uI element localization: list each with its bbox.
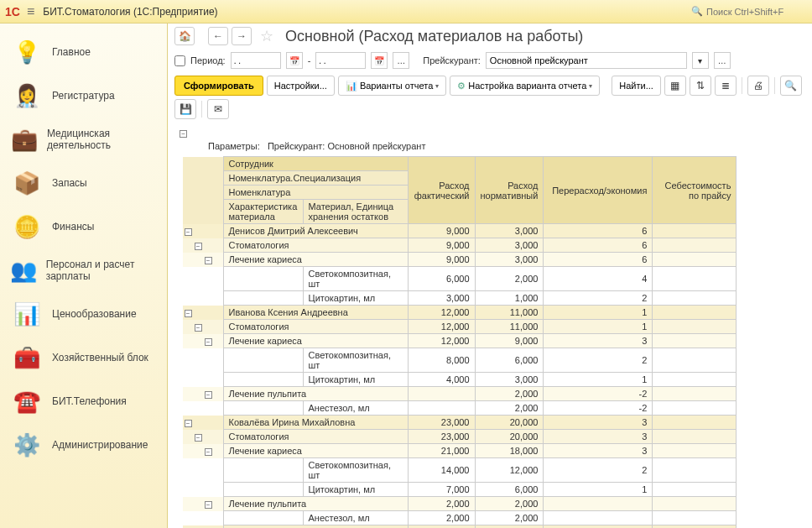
tree-toggle[interactable]: − [195, 434, 202, 442]
table-row[interactable]: −Ковалёва Ирина Михайловна23,00020,0003 [183, 416, 737, 430]
sidebar-item-7[interactable]: 🧰Хозяйственный блок [0, 336, 167, 379]
table-row[interactable]: Светокомпозитная, шт8,0006,0002 [183, 348, 737, 373]
cell-over: 2 [544, 291, 653, 306]
cell-fact: 4,000 [408, 373, 475, 387]
print-button[interactable]: 🖨 [747, 76, 769, 96]
table-row[interactable]: Цитокартин, мл4,0003,0001 [183, 373, 737, 387]
cell-norm: 7,000 [475, 525, 544, 529]
cell-fact [408, 401, 475, 416]
hdr-nomspec: Номенклатура.Специализация [223, 171, 408, 186]
table-row[interactable]: −Кравцова Евгения Петровна3,0007,000-4 [183, 525, 737, 529]
period-more-button[interactable]: … [393, 52, 409, 69]
cell-norm: 11,000 [475, 320, 544, 334]
table-row[interactable]: −Иванова Ксения Андреевна12,00011,0001 [183, 306, 737, 320]
tree-toggle[interactable]: − [205, 501, 212, 509]
sidebar-label: Регистратура [52, 90, 115, 102]
cell-over: 3 [544, 430, 653, 444]
report-table: Сотрудник Расход фактический Расход норм… [183, 156, 737, 528]
cell-cost [653, 430, 737, 444]
calendar-to-button[interactable]: 📅 [371, 52, 388, 69]
settings-button[interactable]: Настройки... [267, 76, 335, 96]
table-row[interactable]: −Денисов Дмитрий Алексеевич9,0003,0006 [183, 224, 737, 238]
pricelist-label: Прейскурант: [423, 55, 481, 65]
collapse-button[interactable]: ⇅ [690, 76, 711, 96]
sidebar-icon-4: 🪙 [10, 210, 44, 243]
sidebar-icon-0: 💡 [10, 35, 44, 69]
collapse-all-toggle[interactable]: − [180, 130, 187, 138]
sidebar-item-0[interactable]: 💡Главное [0, 30, 167, 74]
sidebar-item-6[interactable]: 📊Ценообразование [0, 292, 167, 336]
tree-toggle[interactable]: − [185, 310, 192, 317]
preview-button[interactable]: 🔍 [780, 76, 802, 96]
hdr-nomenclature: Номенклатура [223, 186, 408, 200]
email-button[interactable]: ✉ [207, 99, 229, 119]
sidebar-item-8[interactable]: ☎️БИТ.Телефония [0, 379, 167, 423]
cell-fact: 7,000 [408, 483, 475, 497]
report-variants-button[interactable]: 📊Варианты отчета▾ [338, 76, 446, 96]
tree-toggle[interactable]: − [195, 324, 202, 332]
date-from-input[interactable] [231, 52, 281, 69]
forward-button[interactable]: → [232, 27, 252, 45]
tree-toggle[interactable]: − [205, 257, 212, 264]
tree-toggle[interactable]: − [205, 338, 212, 346]
search-icon: 🔍 [691, 6, 703, 17]
cell-over: 1 [544, 320, 653, 334]
sidebar-label: Медицинская деятельность [47, 128, 157, 151]
table-row[interactable]: −Лечение кариеса21,00018,0003 [183, 444, 737, 458]
table-row[interactable]: Цитокартин, мл3,0001,0002 [183, 291, 737, 306]
cell-fact: 21,000 [408, 444, 475, 458]
table-row[interactable]: Анестезол, мл2,000-2 [183, 401, 737, 416]
cell-fact: 12,000 [408, 306, 475, 320]
cell-cost [653, 253, 737, 267]
row-label: Денисов Дмитрий Алексеевич [223, 224, 408, 238]
page-title: Основной (Расход материалов на работы) [285, 28, 583, 45]
find-button[interactable]: Найти... [612, 76, 661, 96]
pricelist-drop-button[interactable]: ▾ [692, 52, 709, 69]
home-button[interactable]: 🏠 [174, 27, 195, 45]
sidebar-label: Персонал и расчет зарплаты [46, 259, 157, 282]
search-input[interactable] [706, 7, 807, 17]
cell-cost [653, 348, 737, 373]
pricelist-more-button[interactable]: … [714, 52, 731, 69]
sidebar-item-4[interactable]: 🪙Финансы [0, 205, 167, 248]
sidebar-item-2[interactable]: 💼Медицинская деятельность [0, 118, 167, 161]
favorite-icon[interactable]: ☆ [260, 27, 273, 45]
cell-fact: 3,000 [408, 525, 475, 529]
cell-cost [653, 444, 737, 458]
table-row[interactable]: −Лечение кариеса12,0009,0003 [183, 334, 737, 348]
row-label: Лечение кариеса [223, 253, 408, 267]
period-checkbox[interactable] [174, 55, 185, 66]
sidebar-item-1[interactable]: 👩‍⚕️Регистратура [0, 74, 167, 118]
table-row[interactable]: −Лечение пульпита2,0002,000 [183, 497, 737, 511]
tree-toggle[interactable]: − [205, 448, 212, 456]
table-row[interactable]: Светокомпозитная, шт14,00012,0002 [183, 458, 737, 483]
table-row[interactable]: Светокомпозитная, шт6,0002,0004 [183, 267, 737, 291]
calendar-from-button[interactable]: 📅 [286, 52, 303, 69]
variant-settings-button[interactable]: ⚙Настройка варианта отчета▾ [450, 76, 600, 96]
cell-norm: 2,000 [475, 267, 544, 291]
tree-toggle[interactable]: − [185, 420, 192, 427]
back-button[interactable]: ← [208, 27, 228, 45]
sidebar-item-9[interactable]: ⚙️Администрирование [0, 423, 167, 467]
table-row[interactable]: −Стоматология23,00020,0003 [183, 430, 737, 444]
cell-over: -4 [544, 525, 653, 529]
sidebar-item-5[interactable]: 👥Персонал и расчет зарплаты [0, 248, 167, 292]
save-button[interactable]: 💾 [174, 99, 196, 119]
tree-toggle[interactable]: − [185, 228, 192, 236]
form-button[interactable]: Сформировать [174, 76, 263, 96]
table-row[interactable]: −Стоматология9,0003,0006 [183, 238, 737, 253]
sidebar-item-3[interactable]: 📦Запасы [0, 161, 167, 205]
levels-button[interactable]: ≣ [715, 76, 737, 96]
expand-button[interactable]: ▦ [664, 76, 686, 96]
table-row[interactable]: −Стоматология12,00011,0001 [183, 320, 737, 334]
tree-toggle[interactable]: − [205, 391, 212, 399]
tree-toggle[interactable]: − [195, 243, 202, 250]
pricelist-input[interactable] [486, 52, 687, 69]
cell-cost [653, 334, 737, 348]
table-row[interactable]: Цитокартин, мл7,0006,0001 [183, 483, 737, 497]
hamburger-icon[interactable]: ≡ [27, 4, 34, 19]
table-row[interactable]: −Лечение кариеса9,0003,0006 [183, 253, 737, 267]
table-row[interactable]: Анестезол, мл2,0002,000 [183, 511, 737, 525]
table-row[interactable]: −Лечение пульпита2,000-2 [183, 387, 737, 401]
date-to-input[interactable] [315, 52, 366, 69]
